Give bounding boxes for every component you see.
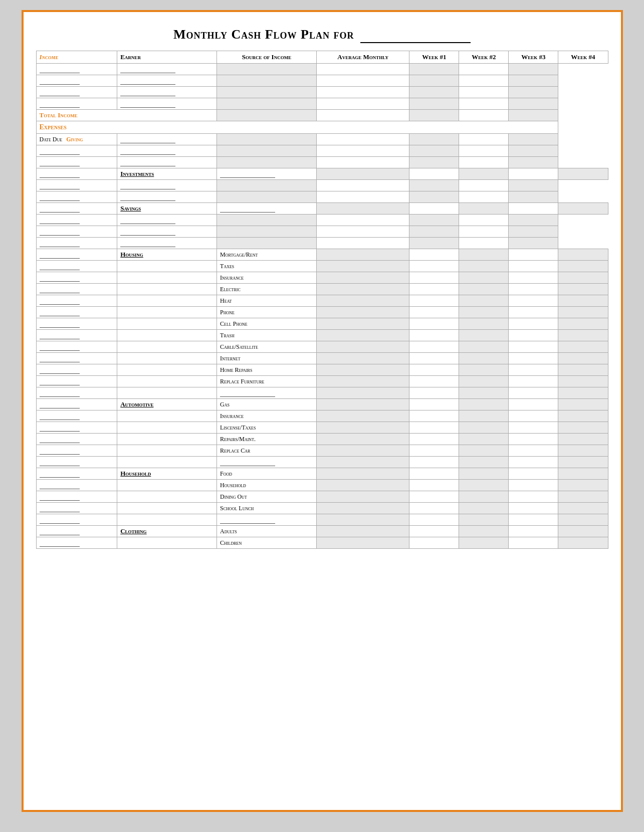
header-week1: Week #1 <box>409 51 459 64</box>
giving-date-3[interactable] <box>36 157 117 168</box>
giving-w2-1[interactable] <box>409 134 459 145</box>
household-food: Food <box>217 468 317 480</box>
income-w4-2[interactable] <box>509 75 558 87</box>
housing-trash: Trash <box>217 330 317 341</box>
automotive-row-gas: Automotive Gas <box>36 399 608 410</box>
giving-w1-1[interactable] <box>316 134 409 145</box>
income-avg-4[interactable] <box>217 98 317 110</box>
household-row-household: Household <box>36 480 608 491</box>
income-w3-2[interactable] <box>459 75 509 87</box>
giving-avg-1[interactable] <box>217 134 317 145</box>
income-w1-1[interactable] <box>316 64 409 75</box>
housing-electric: Electric <box>217 284 317 295</box>
page-wrapper: Monthly Cash Flow Plan for Income Earner… <box>22 10 623 812</box>
income-earner-4[interactable] <box>36 98 117 110</box>
income-w4-3[interactable] <box>509 87 558 98</box>
investments-row-2 <box>36 180 608 191</box>
housing-insurance: Insurance <box>217 272 317 284</box>
household-household: Household <box>217 480 317 491</box>
investments-row-1: Investments <box>36 168 608 180</box>
date-due-label: Date Due Giving <box>36 134 117 145</box>
title-text: Monthly Cash Flow Plan for <box>173 27 354 42</box>
income-avg-3[interactable] <box>217 87 317 98</box>
income-w3-4[interactable] <box>459 98 509 110</box>
income-source-1[interactable] <box>117 64 217 75</box>
automotive-repairs: Repairs/Maint. <box>217 434 317 445</box>
income-earner-3[interactable] <box>36 87 117 98</box>
total-income-w1[interactable] <box>316 110 409 121</box>
automotive-row-license: Liscense/Taxes <box>36 422 608 434</box>
total-income-label: Total Income <box>36 110 217 121</box>
giving-w4-1[interactable] <box>509 134 558 145</box>
giving-label: Giving <box>66 136 83 143</box>
investments-label: Investments <box>117 168 217 180</box>
total-income-w2[interactable] <box>409 110 459 121</box>
header-source: Source of Income <box>217 51 317 64</box>
income-row-1 <box>36 64 608 75</box>
clothing-children: Children <box>217 537 317 549</box>
income-w4-4[interactable] <box>509 98 558 110</box>
giving-source-2[interactable] <box>117 145 217 157</box>
investments-source-1[interactable] <box>217 168 317 180</box>
income-w1-2[interactable] <box>316 75 409 87</box>
total-income-w3[interactable] <box>459 110 509 121</box>
income-earner-1[interactable] <box>36 64 117 75</box>
giving-row-3 <box>36 157 608 168</box>
income-w1-3[interactable] <box>316 87 409 98</box>
page-title: Monthly Cash Flow Plan for <box>36 27 608 43</box>
income-w1-4[interactable] <box>316 98 409 110</box>
housing-row-insurance: Insurance <box>36 272 608 284</box>
savings-row-2 <box>36 215 608 226</box>
giving-row-1: Date Due Giving <box>36 134 608 145</box>
giving-w3-1[interactable] <box>459 134 509 145</box>
clothing-label: Clothing <box>117 526 217 537</box>
giving-source-3[interactable] <box>117 157 217 168</box>
housing-row-repairs: Home Repairs <box>36 364 608 376</box>
income-w3-1[interactable] <box>459 64 509 75</box>
household-row-lunch: School Lunch <box>36 503 608 514</box>
housing-cable: Cable/Satellite <box>217 341 317 353</box>
housing-row-internet: Internet <box>36 353 608 364</box>
automotive-gas: Gas <box>217 399 317 410</box>
income-w4-1[interactable] <box>509 64 558 75</box>
household-row-food: Household Food <box>36 468 608 480</box>
income-w2-3[interactable] <box>409 87 459 98</box>
income-avg-1[interactable] <box>217 64 317 75</box>
income-source-3[interactable] <box>117 87 217 98</box>
housing-row-taxes: Taxes <box>36 261 608 272</box>
giving-row-2 <box>36 145 608 157</box>
giving-source-1[interactable] <box>117 134 217 145</box>
income-earner-2[interactable] <box>36 75 117 87</box>
automotive-row-repairs: Repairs/Maint. <box>36 434 608 445</box>
household-extra-row <box>36 514 608 526</box>
giving-date-2[interactable] <box>36 145 117 157</box>
header-row: Income Earner Source of Income Average M… <box>36 51 608 64</box>
housing-row-electric: Electric <box>36 284 608 295</box>
automotive-row-replace: Replace Car <box>36 445 608 457</box>
expenses-header-row: Expenses <box>36 121 608 134</box>
investments-date-1[interactable] <box>36 168 117 180</box>
income-w2-1[interactable] <box>409 64 459 75</box>
income-source-2[interactable] <box>117 75 217 87</box>
household-row-dining: Dining Out <box>36 491 608 503</box>
housing-label: Housing <box>117 249 217 261</box>
income-avg-2[interactable] <box>217 75 317 87</box>
housing-internet: Internet <box>217 353 317 364</box>
expenses-label: Expenses <box>40 123 67 131</box>
total-income-w4[interactable] <box>509 110 558 121</box>
income-w3-3[interactable] <box>459 87 509 98</box>
housing-row-furniture: Replace Furniture <box>36 376 608 387</box>
automotive-extra-row <box>36 457 608 468</box>
housing-taxes: Taxes <box>217 261 317 272</box>
total-income-avg[interactable] <box>217 110 317 121</box>
header-average: Average Monthly <box>316 51 409 64</box>
automotive-replace: Replace Car <box>217 445 317 457</box>
investments-row-3 <box>36 191 608 203</box>
savings-row-3 <box>36 226 608 238</box>
total-income-row: Total Income <box>36 110 608 121</box>
income-source-4[interactable] <box>117 98 217 110</box>
income-w2-4[interactable] <box>409 98 459 110</box>
automotive-insurance: Insurance <box>217 410 317 422</box>
income-w2-2[interactable] <box>409 75 459 87</box>
income-row-3 <box>36 87 608 98</box>
